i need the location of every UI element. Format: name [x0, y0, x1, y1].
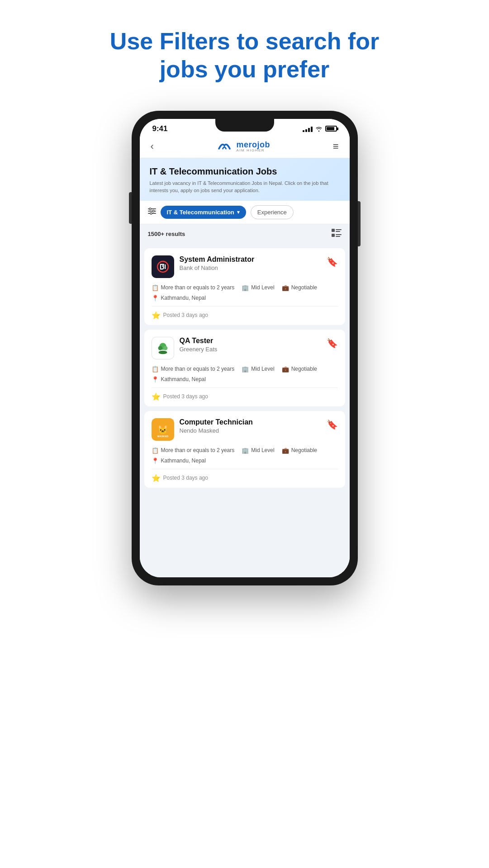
job-card-header: 🐱 MASKED Computer Technician Nendo Maske…	[152, 418, 338, 441]
hero-title: IT & Telecommunication Jobs	[150, 166, 340, 177]
experience-filter-chip[interactable]: Experience	[251, 205, 294, 219]
location-meta: 📍 Kathmandu, Nepal	[152, 376, 206, 383]
svg-rect-7	[332, 234, 335, 237]
location-icon: 📍	[152, 458, 159, 464]
bookmark-button[interactable]: 🔖	[327, 419, 338, 430]
experience-meta: 📋 More than or equals to 2 years	[152, 284, 235, 291]
company-name: Greenery Eats	[180, 346, 321, 353]
company-name: Bank of Nation	[180, 264, 321, 271]
level-meta: 🏢 Mid Level	[242, 447, 274, 454]
svg-rect-9	[336, 231, 340, 232]
experience-meta: 📋 More than or equals to 2 years	[152, 366, 235, 373]
filter-bar: IT & Telecommunication ▾ Experience	[140, 201, 350, 224]
category-filter-chip[interactable]: IT & Telecommunication ▾	[161, 206, 246, 219]
svg-point-5	[150, 212, 152, 214]
job-title: QA Tester	[180, 337, 321, 345]
location-meta: 📍 Kathmandu, Nepal	[152, 295, 206, 302]
level-meta: 🏢 Mid Level	[242, 366, 274, 373]
job-list: System Administrator Bank of Nation 🔖 📋 …	[140, 244, 350, 577]
svg-point-3	[149, 208, 151, 210]
salary-meta: 💼 Negotiable	[282, 447, 317, 454]
posted-date: Posted 3 days ago	[163, 393, 208, 400]
company-logo	[152, 255, 174, 278]
hero-description: Latest job vacancy in IT & Telecommunica…	[150, 179, 340, 194]
salary-meta: 💼 Negotiable	[282, 284, 317, 291]
phone-screen: 9:41 ‹	[140, 119, 350, 577]
logo-text: merojob AIM HIGHER	[236, 141, 270, 152]
job-card[interactable]: 🐱 MASKED Computer Technician Nendo Maske…	[144, 411, 345, 488]
company-logo	[152, 337, 174, 359]
featured-icon: ⭐	[152, 474, 161, 482]
svg-rect-10	[336, 234, 342, 235]
phone-mockup: 9:41 ‹	[132, 111, 358, 585]
salary-meta: 💼 Negotiable	[282, 366, 317, 373]
job-card[interactable]: System Administrator Bank of Nation 🔖 📋 …	[144, 248, 345, 325]
level-meta: 🏢 Mid Level	[242, 284, 274, 291]
svg-point-12	[157, 261, 168, 272]
filter-tune-icon[interactable]	[148, 208, 156, 217]
svg-rect-6	[332, 229, 335, 232]
job-meta: 📋 More than or equals to 2 years 🏢 Mid L…	[152, 366, 338, 383]
back-button[interactable]: ‹	[151, 141, 154, 152]
job-footer: ⭐ Posted 3 days ago	[152, 469, 338, 482]
svg-rect-8	[336, 229, 342, 230]
salary-icon: 💼	[282, 447, 289, 454]
hero-banner: IT & Telecommunication Jobs Latest job v…	[140, 158, 350, 201]
featured-icon: ⭐	[152, 311, 161, 320]
level-icon: 🏢	[242, 447, 249, 454]
location-icon: 📍	[152, 295, 159, 302]
job-title-wrap: QA Tester Greenery Eats	[180, 337, 321, 353]
job-meta: 📋 More than or equals to 2 years 🏢 Mid L…	[152, 447, 338, 464]
job-meta: 📋 More than or equals to 2 years 🏢 Mid L…	[152, 284, 338, 302]
job-title-wrap: System Administrator Bank of Nation	[180, 255, 321, 271]
menu-button[interactable]: ≡	[333, 141, 339, 152]
nav-bar: ‹ merojob AIM HIGHER ≡	[140, 136, 350, 158]
job-card-header: System Administrator Bank of Nation 🔖	[152, 255, 338, 278]
bookmark-button[interactable]: 🔖	[327, 256, 338, 267]
salary-icon: 💼	[282, 366, 289, 373]
phone-notch	[215, 119, 274, 132]
svg-text:MASKED: MASKED	[157, 435, 168, 438]
job-title-wrap: Computer Technician Nendo Masked	[180, 418, 321, 434]
experience-meta: 📋 More than or equals to 2 years	[152, 447, 235, 454]
svg-point-17	[158, 350, 167, 354]
bookmark-button[interactable]: 🔖	[327, 338, 338, 349]
battery-icon	[325, 126, 337, 132]
posted-date: Posted 3 days ago	[163, 312, 208, 318]
svg-text:🐱: 🐱	[157, 424, 168, 434]
job-footer: ⭐ Posted 3 days ago	[152, 387, 338, 401]
page-headline: Use Filters to search for jobs you prefe…	[110, 27, 379, 84]
logo-icon	[216, 141, 233, 152]
job-card[interactable]: QA Tester Greenery Eats 🔖 📋 More than or…	[144, 330, 345, 406]
level-icon: 🏢	[242, 284, 249, 291]
category-dropdown-arrow: ▾	[237, 209, 240, 215]
logo: merojob AIM HIGHER	[216, 141, 270, 152]
status-time: 9:41	[152, 124, 168, 133]
location-icon: 📍	[152, 376, 159, 383]
signal-icon	[303, 126, 313, 132]
salary-icon: 💼	[282, 284, 289, 291]
wifi-icon	[315, 126, 323, 132]
location-meta: 📍 Kathmandu, Nepal	[152, 458, 206, 464]
company-name: Nendo Masked	[180, 427, 321, 434]
posted-date: Posted 3 days ago	[163, 475, 208, 481]
experience-icon: 📋	[152, 366, 159, 373]
job-card-header: QA Tester Greenery Eats 🔖	[152, 337, 338, 359]
job-title: Computer Technician	[180, 418, 321, 426]
svg-point-16	[163, 346, 167, 350]
level-icon: 🏢	[242, 366, 249, 373]
results-bar: 1500+ results	[140, 224, 350, 244]
featured-icon: ⭐	[152, 392, 161, 401]
svg-point-15	[158, 346, 162, 350]
list-view-icon[interactable]	[332, 229, 342, 239]
results-count: 1500+ results	[148, 231, 185, 237]
job-footer: ⭐ Posted 3 days ago	[152, 306, 338, 320]
status-icons	[303, 126, 337, 132]
job-title: System Administrator	[180, 255, 321, 264]
experience-icon: 📋	[152, 284, 159, 291]
experience-icon: 📋	[152, 447, 159, 454]
company-logo: 🐱 MASKED	[152, 418, 174, 441]
svg-point-4	[152, 210, 154, 212]
svg-rect-11	[336, 236, 340, 237]
